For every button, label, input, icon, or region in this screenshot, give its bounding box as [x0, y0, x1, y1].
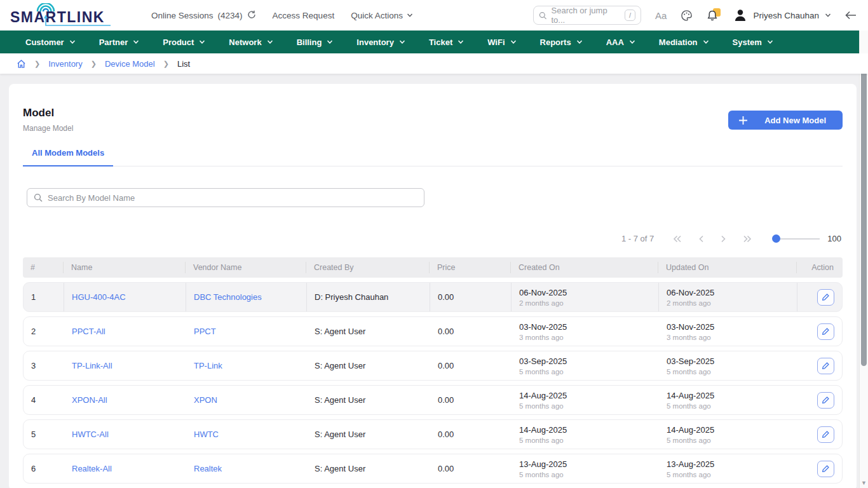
nav-item-product[interactable]: Product	[163, 37, 205, 47]
table-row[interactable]: 4 XPON-All XPON S: Agent User 0.00 14-Au…	[23, 385, 843, 415]
chevron-down-icon	[576, 39, 583, 45]
model-name-link[interactable]: XPON-All	[72, 395, 179, 405]
online-sessions[interactable]: Online Sessions (4234)	[151, 10, 256, 21]
breadcrumb-separator: ❯	[34, 60, 40, 68]
search-icon	[539, 11, 546, 20]
top-header: SMARTLINK Online Sessions (4234) Access …	[0, 0, 868, 30]
page-size-value: 100	[827, 234, 841, 243]
nav-item-reports[interactable]: Reports	[540, 37, 583, 47]
vendor-name-link[interactable]: XPON	[194, 395, 299, 405]
online-sessions-label: Online Sessions	[151, 11, 214, 20]
nav-item-inventory[interactable]: Inventory	[356, 37, 405, 47]
logo-text: SMARTLINK	[10, 9, 105, 25]
edit-button[interactable]	[817, 289, 834, 306]
vendor-name-link[interactable]: DBC Technologies	[194, 292, 299, 302]
pagination-range: 1 - 7 of 7	[621, 234, 654, 243]
chevron-down-icon	[767, 39, 773, 45]
user-menu[interactable]: Priyesh Chauhan	[733, 8, 831, 22]
vendor-name-link[interactable]: TP-Link	[194, 361, 299, 370]
model-name-link[interactable]: HGU-400-4AC	[72, 292, 178, 302]
edit-button[interactable]	[817, 426, 834, 443]
chevron-down-icon	[399, 39, 405, 45]
access-request-link[interactable]: Access Request	[273, 11, 335, 20]
pencil-icon	[822, 362, 830, 370]
col-vendor-name: Vendor Name	[186, 262, 306, 273]
tab-all-modem-models[interactable]: All Modem Models	[23, 148, 113, 166]
page-size-slider[interactable]: 100	[772, 234, 841, 243]
scrollbar-down-arrow[interactable]: ▼	[860, 480, 868, 486]
updated-on-value: 13-Aug-2025 5 months ago	[659, 454, 797, 483]
font-size-toggle[interactable]: Aa	[655, 10, 667, 21]
global-search-box[interactable]: Search or jump to... /	[533, 6, 641, 25]
created-by-value: D: Priyesh Chauhan	[307, 283, 430, 311]
model-name-link[interactable]: HWTC-All	[72, 430, 179, 439]
vendor-name-link[interactable]: PPCT	[194, 327, 299, 336]
breadcrumb-device-model[interactable]: Device Model	[105, 59, 155, 69]
breadcrumb-inventory[interactable]: Inventory	[48, 59, 82, 69]
nav-item-partner[interactable]: Partner	[99, 37, 140, 47]
next-page-button[interactable]	[721, 235, 726, 243]
price-value: 0.00	[430, 454, 512, 483]
row-index: 3	[24, 351, 64, 380]
chevron-down-icon	[69, 39, 76, 45]
notifications-bell-icon[interactable]	[707, 9, 719, 22]
add-new-model-button[interactable]: Add New Model	[728, 111, 843, 130]
quick-actions-menu[interactable]: Quick Actions	[351, 11, 413, 20]
created-by-value: S: Agent User	[307, 420, 430, 449]
refresh-icon[interactable]	[247, 10, 256, 21]
nav-item-system[interactable]: System	[733, 37, 773, 47]
first-page-button[interactable]	[673, 235, 682, 243]
theme-palette-icon[interactable]	[681, 10, 693, 22]
nav-item-billing[interactable]: Billing	[297, 37, 334, 47]
table-row[interactable]: 1 HGU-400-4AC DBC Technologies D: Priyes…	[23, 282, 843, 312]
edit-button[interactable]	[817, 358, 834, 374]
updated-on-value: 14-Aug-2025 5 months ago	[659, 386, 797, 414]
created-on-value: 14-Aug-2025 5 months ago	[512, 386, 659, 414]
model-name-link[interactable]: Realtek-All	[72, 464, 179, 473]
model-name-link[interactable]: PPCT-All	[72, 327, 179, 336]
slider-handle[interactable]	[772, 234, 780, 243]
vendor-name-link[interactable]: HWTC	[194, 430, 299, 439]
scrollbar-thumb[interactable]	[861, 67, 867, 366]
chevron-down-icon	[327, 39, 333, 45]
model-name-link[interactable]: TP-Link-All	[72, 361, 179, 370]
created-by-value: S: Agent User	[307, 317, 430, 346]
nav-item-network[interactable]: Network	[229, 37, 273, 47]
nav-item-ticket[interactable]: Ticket	[429, 37, 464, 47]
nav-item-mediation[interactable]: Mediation	[659, 37, 709, 47]
updated-on-value: 03-Nov-2025 3 months ago	[659, 317, 797, 346]
home-icon[interactable]	[17, 59, 26, 69]
created-on-value: 06-Nov-2025 2 months ago	[512, 283, 659, 311]
nav-item-customer[interactable]: Customer	[25, 37, 76, 47]
page-title: Model	[23, 107, 73, 119]
back-arrow-icon[interactable]	[845, 11, 857, 20]
prev-page-button[interactable]	[698, 235, 704, 243]
updated-on-value: 06-Nov-2025 2 months ago	[659, 283, 797, 311]
smartlink-logo[interactable]: SMARTLINK	[9, 3, 116, 27]
created-on-value: 03-Nov-2025 3 months ago	[512, 317, 659, 346]
created-by-value: S: Agent User	[307, 386, 430, 414]
vendor-name-link[interactable]: Realtek	[194, 464, 299, 473]
nav-item-wifi[interactable]: WiFi	[487, 37, 516, 47]
main-navbar: Customer Partner Product Network Billing…	[0, 30, 868, 53]
table-row[interactable]: 5 HWTC-All HWTC S: Agent User 0.00 14-Au…	[23, 419, 843, 449]
edit-button[interactable]	[817, 461, 834, 477]
pencil-icon	[822, 430, 830, 438]
model-search-box	[27, 188, 424, 207]
chevron-down-icon	[458, 39, 464, 45]
vertical-scrollbar[interactable]: ▼	[859, 30, 868, 488]
edit-button[interactable]	[817, 392, 834, 409]
table-row[interactable]: 3 TP-Link-All TP-Link S: Agent User 0.00…	[23, 351, 843, 381]
chevron-down-icon	[825, 12, 831, 18]
price-value: 0.00	[430, 351, 512, 380]
edit-button[interactable]	[817, 323, 834, 340]
table-row[interactable]: 2 PPCT-All PPCT S: Agent User 0.00 03-No…	[23, 316, 843, 346]
table-header: # Name Vendor Name Created By Price Crea…	[23, 257, 843, 278]
model-search-input[interactable]	[48, 193, 417, 203]
table-row[interactable]: 6 Realtek-All Realtek S: Agent User 0.00…	[23, 454, 843, 484]
updated-on-value: 14-Aug-2025 5 months ago	[659, 420, 797, 449]
breadcrumb-current: List	[177, 59, 190, 69]
nav-item-aaa[interactable]: AAA	[606, 37, 635, 47]
avatar	[733, 8, 747, 22]
last-page-button[interactable]	[743, 235, 752, 243]
